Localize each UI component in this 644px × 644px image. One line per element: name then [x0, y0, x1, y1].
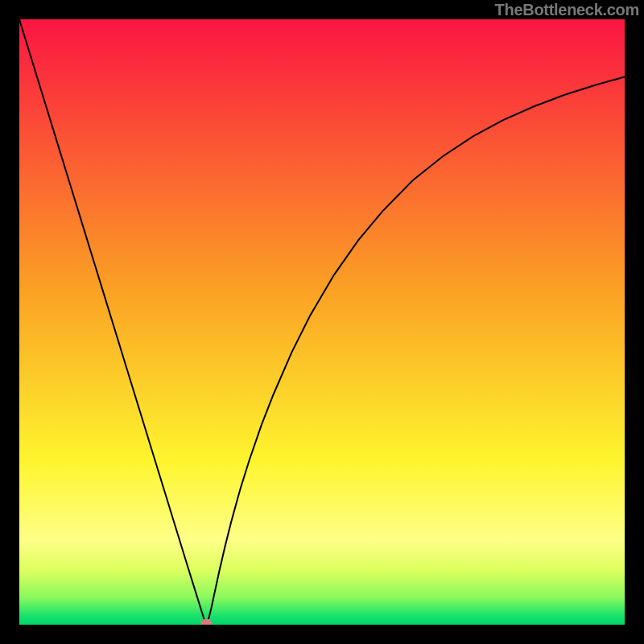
chart-frame: TheBottleneck.com — [0, 0, 644, 644]
chart-canvas — [19, 19, 625, 625]
plot-area — [19, 19, 625, 625]
watermark-label: TheBottleneck.com — [495, 1, 639, 19]
gradient-background — [19, 19, 625, 625]
